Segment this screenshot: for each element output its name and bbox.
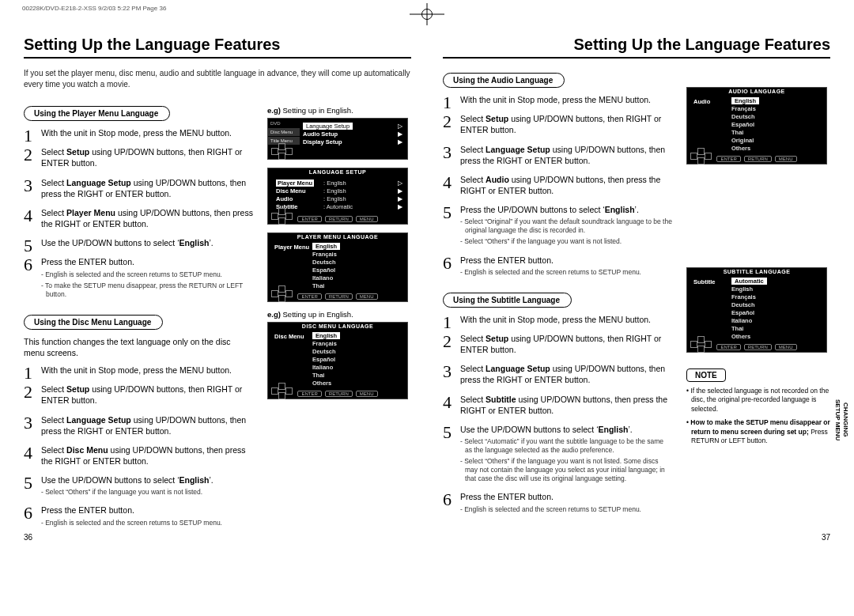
example-caption: e.g) Setting up in English. [267, 310, 411, 319]
step: 6Press the ENTER button.- English is sel… [443, 491, 672, 513]
step: 1With the unit in Stop mode, press the M… [24, 365, 253, 376]
step: 1With the unit in Stop mode, press the M… [443, 94, 672, 105]
step-note: - Select “Automatic” if you want the sub… [460, 437, 672, 455]
section-disc-menu: Using the Disc Menu Language [24, 315, 163, 330]
note-item: • If the selected language is not record… [686, 387, 830, 414]
page-title: Setting Up the Language Features [443, 36, 830, 59]
step: 5Press the UP/DOWN buttons to select ‘En… [443, 204, 672, 246]
disc-intro: This function changes the text language … [24, 336, 253, 358]
step-note: - Select “Others” if the language you wa… [460, 457, 672, 483]
intro-text: If you set the player menu, disc menu, a… [24, 68, 411, 90]
page-number-right: 37 [822, 533, 830, 542]
step-note: - English is selected and the screen ret… [41, 519, 253, 527]
step: 2Select Setup using UP/DOWN buttons, the… [443, 113, 672, 135]
step: 1With the unit in Stop mode, press the M… [24, 127, 253, 138]
step-note: - English is selected and the screen ret… [460, 268, 672, 277]
osd-subtitle-language: SUBTITLE LANGUAGE SubtitleAutomaticEngli… [686, 267, 827, 353]
section-player-menu: Using the Player Menu Language [24, 106, 170, 121]
page-37: Setting Up the Language Features Using t… [443, 36, 830, 539]
step: 3Select Language Setup using UP/DOWN but… [24, 414, 253, 436]
step: 5Use the UP/DOWN buttons to select ‘Engl… [24, 237, 253, 248]
section-audio-language: Using the Audio Language [443, 73, 565, 88]
step-note: - Select “Others” if the language you wa… [460, 237, 672, 246]
note-item: • How to make the SETUP menu disappear o… [686, 418, 830, 445]
page-title: Setting Up the Language Features [24, 36, 411, 59]
step-note: - English is selected and the screen ret… [460, 505, 672, 514]
page-number-left: 36 [24, 533, 32, 542]
step: 5Use the UP/DOWN buttons to select ‘Engl… [443, 424, 672, 483]
step: 6Press the ENTER button.- English is sel… [443, 255, 672, 277]
step: 2Select Setup using UP/DOWN buttons, the… [24, 146, 253, 168]
section-subtitle-language: Using the Subtitle Language [443, 293, 572, 308]
step: 6Press the ENTER button.- English is sel… [24, 256, 253, 298]
step-note: - Select “Original” if you want the defa… [460, 217, 672, 235]
osd-setup: DVD Disc Menu Title Menu Language Setup▷… [267, 118, 408, 160]
note-list: • If the selected language is not record… [686, 387, 830, 446]
osd-audio-language: AUDIO LANGUAGE AudioEnglishFrançaisDeuts… [686, 87, 827, 164]
step: 3Select Language Setup using UP/DOWN but… [24, 177, 253, 199]
example-caption: e.g) Setting up in English. [267, 106, 411, 115]
step: 1With the unit in Stop mode, press the M… [443, 314, 672, 325]
step: 5Use the UP/DOWN buttons to select ‘Engl… [24, 474, 253, 497]
step: 3Select Language Setup using UP/DOWN but… [443, 363, 672, 385]
osd-player-menu-language: PLAYER MENU LANGUAGE Player MenuEnglishF… [267, 232, 408, 302]
step: 3Select Language Setup using UP/DOWN but… [443, 144, 672, 166]
step-note: - English is selected and the screen ret… [41, 270, 253, 279]
osd-language-setup: LANGUAGE SETUP Player Menu: English▷Disc… [267, 168, 408, 225]
page-36: Setting Up the Language Features If you … [24, 36, 411, 539]
note-heading: NOTE [686, 368, 726, 382]
step-note: - Select “Others” if the language you wa… [41, 488, 253, 497]
step-note: - To make the SETUP menu disappear, pres… [41, 282, 253, 299]
step: 2Select Setup using UP/DOWN buttons, the… [443, 333, 672, 355]
step: 4Select Player Menu using UP/DOWN button… [24, 207, 253, 229]
osd-disc-menu-language: DISC MENU LANGUAGE Disc MenuEnglishFranç… [267, 322, 408, 399]
side-tab-label: CHANGINGSETUP MENU [834, 399, 849, 440]
step: 4Select Disc Menu using UP/DOWN buttons,… [24, 444, 253, 467]
step: 6Press the ENTER button.- English is sel… [24, 505, 253, 527]
step: 4Select Subtitle using UP/DOWN buttons, … [443, 394, 672, 416]
step: 4Select Audio using UP/DOWN buttons, the… [443, 174, 672, 196]
step: 2Select Setup using UP/DOWN buttons, the… [24, 384, 253, 406]
